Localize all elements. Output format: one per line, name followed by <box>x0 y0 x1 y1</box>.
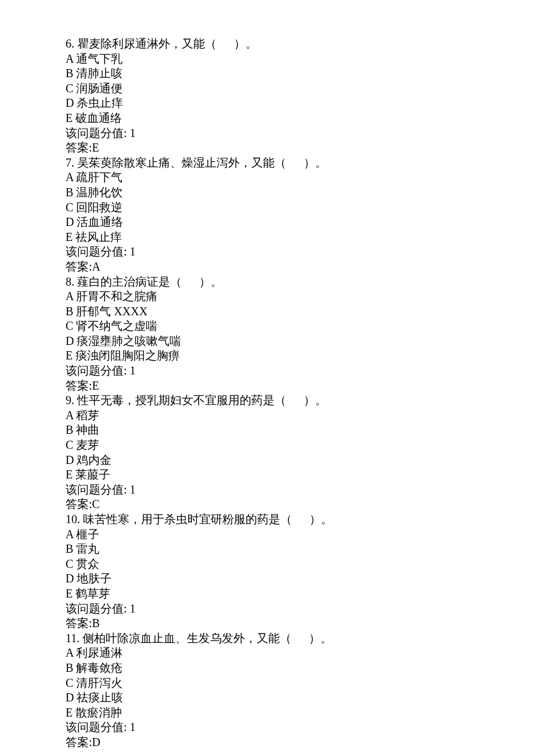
option-letter: D <box>66 96 77 109</box>
option-A: A 榧子 <box>66 527 534 542</box>
option-letter: A <box>66 409 76 422</box>
option-text: 活血通络 <box>77 215 123 228</box>
question-stem-text: 吴茱萸除散寒止痛、燥湿止泻外，又能（ ）。 <box>77 156 327 169</box>
option-text: 痰湿壅肺之咳嗽气喘 <box>77 334 181 347</box>
score-line: 该问题分值: 1 <box>66 483 534 498</box>
option-A: A 利尿通淋 <box>66 646 534 661</box>
option-A: A 稻芽 <box>66 408 534 423</box>
option-text: 贯众 <box>76 557 99 570</box>
question-block: 11. 侧柏叶除凉血止血、生发乌发外，又能（ ）。A 利尿通淋B 解毒敛疮C 清… <box>66 631 534 750</box>
option-text: 通气下乳 <box>76 52 122 65</box>
option-E: E 破血通络 <box>66 111 534 126</box>
option-B: B 神曲 <box>66 423 534 438</box>
question-block: 10. 味苦性寒，用于杀虫时宜研粉服的药是（ ）。A 榧子B 雷丸C 贯众D 地… <box>66 512 534 631</box>
score-line: 该问题分值: 1 <box>66 244 534 260</box>
question-number: 9. <box>66 394 74 406</box>
option-B: B 雷丸 <box>66 542 534 557</box>
question-stem: 9. 性平无毒，授乳期妇女不宜服用的药是（ ）。 <box>66 393 534 408</box>
option-text: 麦芽 <box>76 438 99 451</box>
option-E: E 祛风止痒 <box>66 230 534 245</box>
option-A: A 通气下乳 <box>66 52 534 67</box>
option-text: 散瘀消肿 <box>75 706 122 719</box>
option-letter: D <box>66 691 77 704</box>
option-C: C 清肝泻火 <box>66 676 534 691</box>
option-letter: A <box>66 171 76 183</box>
document-body: 6. 瞿麦除利尿通淋外，又能（ ）。A 通气下乳B 清肺止咳C 润肠通便D 杀虫… <box>66 37 534 750</box>
option-letter: E <box>66 349 75 362</box>
option-letter: A <box>66 52 76 65</box>
option-text: 清肝泻火 <box>76 676 122 689</box>
option-text: 疏肝下气 <box>76 171 122 183</box>
option-A: A 疏肝下气 <box>66 170 534 185</box>
option-C: C 回阳救逆 <box>66 200 534 215</box>
question-stem-text: 性平无毒，授乳期妇女不宜服用的药是（ ）。 <box>77 394 327 406</box>
question-block: 7. 吴茱萸除散寒止痛、燥湿止泻外，又能（ ）。A 疏肝下气B 温肺化饮C 回阳… <box>66 156 534 275</box>
option-letter: A <box>66 290 76 303</box>
answer-line: 答案:C <box>66 497 534 512</box>
option-letter: C <box>66 557 76 570</box>
option-text: 榧子 <box>76 528 99 541</box>
option-letter: C <box>66 201 76 214</box>
option-letter: C <box>66 438 76 451</box>
option-C: C 润肠通便 <box>66 81 534 96</box>
option-letter: B <box>66 661 76 674</box>
option-D: D 鸡内金 <box>66 453 534 468</box>
question-stem: 10. 味苦性寒，用于杀虫时宜研粉服的药是（ ）。 <box>66 512 534 527</box>
option-letter: C <box>66 676 76 689</box>
option-text: 利尿通淋 <box>76 646 122 659</box>
answer-line: 答案:A <box>66 260 534 275</box>
question-number: 8. <box>66 275 74 288</box>
question-stem-text: 侧柏叶除凉血止血、生发乌发外，又能（ ）。 <box>82 632 332 645</box>
question-block: 8. 薤白的主治病证是（ ）。A 肝胃不和之脘痛B 肝郁气 XXXXC 肾不纳气… <box>66 275 534 394</box>
option-E: E 散瘀消肿 <box>66 705 534 721</box>
option-text: 莱菔子 <box>75 468 110 481</box>
option-text: 稻芽 <box>76 409 99 422</box>
option-text: 雷丸 <box>76 542 99 555</box>
option-text: 痰浊闭阻胸阳之胸痹 <box>75 349 180 362</box>
option-letter: E <box>66 231 75 243</box>
question-number: 6. <box>66 37 74 50</box>
option-E: E 莱菔子 <box>66 467 534 483</box>
option-letter: E <box>66 468 75 481</box>
option-B: B 清肺止咳 <box>66 66 534 81</box>
option-text: 神曲 <box>76 423 99 436</box>
answer-line: 答案:D <box>66 735 534 750</box>
option-letter: B <box>66 186 76 199</box>
option-text: 解毒敛疮 <box>76 661 122 674</box>
score-line: 该问题分值: 1 <box>66 602 534 617</box>
question-stem: 11. 侧柏叶除凉血止血、生发乌发外，又能（ ）。 <box>66 631 534 646</box>
option-B: B 温肺化饮 <box>66 185 534 200</box>
option-B: B 肝郁气 XXXX <box>66 304 534 319</box>
question-stem: 6. 瞿麦除利尿通淋外，又能（ ）。 <box>66 37 534 52</box>
answer-line: 答案:B <box>66 616 534 631</box>
answer-line: 答案:E <box>66 379 534 394</box>
option-text: 润肠通便 <box>76 82 122 95</box>
option-letter: B <box>66 423 76 436</box>
option-text: 地肤子 <box>77 572 111 585</box>
option-letter: D <box>66 572 77 585</box>
question-number: 10. <box>66 513 80 525</box>
question-stem-text: 瞿麦除利尿通淋外，又能（ ）。 <box>77 37 257 50</box>
option-D: D 痰湿壅肺之咳嗽气喘 <box>66 334 534 349</box>
option-D: D 活血通络 <box>66 215 534 230</box>
question-stem: 8. 薤白的主治病证是（ ）。 <box>66 275 534 290</box>
option-letter: C <box>66 319 76 332</box>
option-text: 祛风止痒 <box>75 231 122 243</box>
option-letter: E <box>66 706 75 719</box>
option-text: 回阳救逆 <box>76 201 122 214</box>
option-letter: A <box>66 646 76 659</box>
option-text: 温肺化饮 <box>76 186 122 199</box>
score-line: 该问题分值: 1 <box>66 126 534 141</box>
option-letter: D <box>66 453 77 466</box>
option-text: 祛痰止咳 <box>77 691 123 704</box>
option-letter: C <box>66 82 76 95</box>
option-text: 鸡内金 <box>77 453 111 466</box>
question-block: 6. 瞿麦除利尿通淋外，又能（ ）。A 通气下乳B 清肺止咳C 润肠通便D 杀虫… <box>66 37 534 156</box>
option-text: 破血通络 <box>75 111 122 124</box>
option-letter: D <box>66 215 77 228</box>
option-letter: B <box>66 542 76 555</box>
option-letter: E <box>66 111 75 124</box>
option-C: C 肾不纳气之虚喘 <box>66 319 534 334</box>
option-text: 清肺止咳 <box>76 67 122 80</box>
option-D: D 杀虫止痒 <box>66 96 534 111</box>
